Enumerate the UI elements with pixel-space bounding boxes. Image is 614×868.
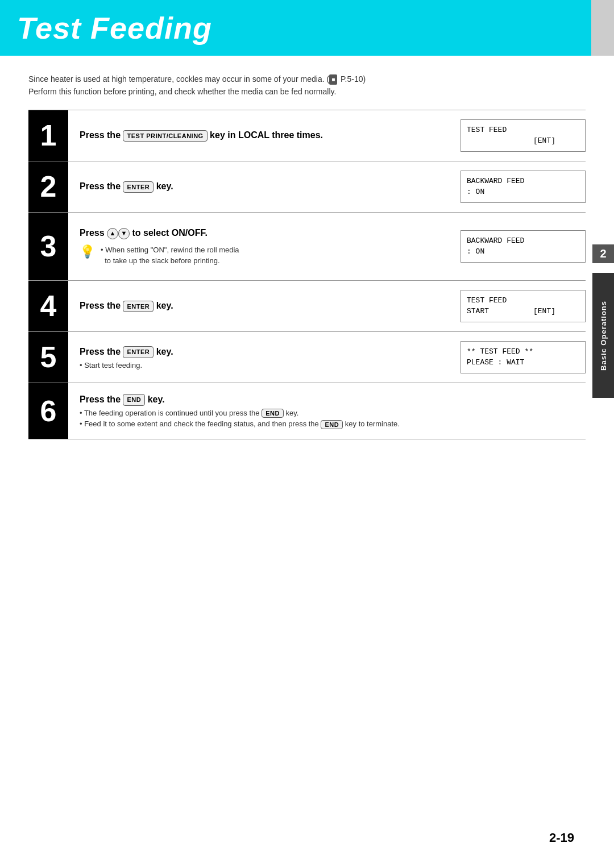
step-note-6-1: • The feeding operation is continued unt… (80, 409, 574, 418)
lcd-display-4: TEST FEED START [ENT] (460, 290, 586, 322)
step-note-5-1: • Start test feeding. (80, 361, 443, 369)
page-header: Test Feeding (0, 0, 614, 56)
header-accent-bar (591, 0, 614, 56)
tip-block-3: 💡 • When setting "ON", rewind the roll m… (80, 244, 443, 267)
intro-line2: Perform this function before printing, a… (28, 87, 336, 96)
end-key-6: END (123, 394, 145, 406)
step-row-6: 6 Press the END key. • The feeding opera… (28, 383, 586, 439)
step-content-6: Press the END key. • The feeding operati… (68, 383, 586, 439)
tip-text-3: • When setting "ON", rewind the roll med… (101, 244, 239, 267)
step-instruction-1: Press the TEST PRINT/CLEANING key in LOC… (80, 128, 443, 142)
step-instruction-3: Press ▲▼ to select ON/OFF. (80, 226, 443, 240)
enter-key-2: ENTER (123, 181, 154, 193)
steps-container: 1 Press the TEST PRINT/CLEANING key in L… (0, 110, 614, 439)
lcd-line-3-2: : ON (467, 246, 579, 258)
step-row-3: 3 Press ▲▼ to select ON/OFF. 💡 • When se… (28, 212, 586, 280)
lcd-line-4-2: START [ENT] (467, 306, 579, 317)
step-content-2: Press the ENTER key. (68, 161, 455, 212)
tip-icon-3: 💡 (80, 246, 95, 258)
step-number-6: 6 (28, 383, 68, 439)
step-content-1: Press the TEST PRINT/CLEANING key in LOC… (68, 110, 455, 161)
end-key-inline-2: END (321, 420, 343, 429)
step-row-1: 1 Press the TEST PRINT/CLEANING key in L… (28, 110, 586, 161)
lcd-line-5-1: ** TEST FEED ** (467, 346, 579, 358)
step-content-5: Press the ENTER key. • Start test feedin… (68, 332, 455, 383)
lcd-line-2-2: : ON (467, 186, 579, 198)
step-instruction-5: Press the ENTER key. (80, 345, 443, 359)
enter-key-5: ENTER (123, 346, 154, 358)
side-tab-label: Basic Operations (599, 301, 608, 371)
end-key-inline-1: END (262, 409, 284, 418)
lcd-line-1-2: [ENT] (467, 135, 579, 147)
intro-section: Since heater is used at high temperature… (0, 56, 614, 110)
enter-key-4: ENTER (123, 301, 154, 313)
step-instruction-4: Press the ENTER key. (80, 299, 443, 313)
step-content-3: Press ▲▼ to select ON/OFF. 💡 • When sett… (68, 213, 455, 280)
step-note-6-2: • Feed it to some extent and check the f… (80, 420, 574, 429)
page-title: Test Feeding (17, 10, 597, 45)
lcd-display-2: BACKWARD FEED : ON (460, 171, 586, 203)
lcd-line-1-1: TEST FEED (467, 124, 579, 136)
down-arrow-key: ▼ (118, 228, 130, 239)
lcd-display-5: ** TEST FEED ** PLEASE : WAIT (460, 341, 586, 373)
test-print-cleaning-key: TEST PRINT/CLEANING (123, 130, 207, 142)
step-row-4: 4 Press the ENTER key. TEST FEED START [… (28, 280, 586, 331)
step-number-2: 2 (28, 161, 68, 212)
side-tab: Basic Operations (592, 273, 614, 398)
step-number-4: 4 (28, 281, 68, 331)
step-instruction-6: Press the END key. (80, 393, 574, 406)
side-tab-number: 2 (592, 244, 614, 263)
lcd-line-5-2: PLEASE : WAIT (467, 357, 579, 368)
step-number-3: 3 (28, 213, 68, 280)
ref-icon: ■ (329, 74, 337, 85)
step-instruction-2: Press the ENTER key. (80, 180, 443, 193)
lcd-line-4-1: TEST FEED (467, 295, 579, 306)
lcd-line-2-1: BACKWARD FEED (467, 176, 579, 187)
lcd-line-3-1: BACKWARD FEED (467, 235, 579, 247)
step-row-2: 2 Press the ENTER key. BACKWARD FEED : O… (28, 161, 586, 212)
lcd-display-3: BACKWARD FEED : ON (460, 230, 586, 263)
step-row-5: 5 Press the ENTER key. • Start test feed… (28, 331, 586, 383)
step-content-4: Press the ENTER key. (68, 281, 455, 331)
step-number-1: 1 (28, 110, 68, 161)
page-number: 2-19 (549, 830, 574, 845)
lcd-display-1: TEST FEED [ENT] (460, 119, 586, 152)
step-number-5: 5 (28, 332, 68, 383)
intro-line1: Since heater is used at high temperature… (28, 73, 586, 98)
up-arrow-key: ▲ (107, 228, 118, 239)
